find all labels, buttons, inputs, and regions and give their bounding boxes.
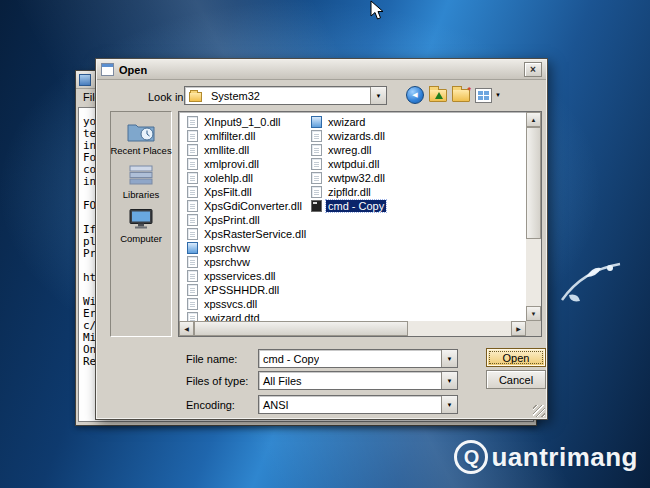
list-item[interactable]: zipfldr.dll (311, 185, 387, 199)
files-of-type-combobox[interactable]: All Files ▼ (258, 371, 458, 390)
file-name-value: cmd - Copy (259, 353, 319, 365)
chevron-down-icon: ▼ (447, 356, 453, 362)
places-bar: Recent Places Libraries Computer (110, 111, 172, 337)
file-name-label: xwtpw32.dll (326, 172, 387, 184)
file-name-label: xwtpdui.dll (326, 158, 381, 170)
file-icon (187, 200, 198, 212)
wallpaper-bird-ornament (556, 250, 628, 312)
file-icon (311, 130, 322, 142)
look-in-label: Look in: (148, 91, 187, 103)
watermark-q-badge: Q (454, 440, 488, 474)
scroll-down-icon: ▼ (531, 311, 537, 317)
list-item-selected[interactable]: cmd - Copy (311, 199, 387, 213)
back-button[interactable]: ◀ (406, 86, 424, 104)
back-arrow-icon: ◀ (412, 91, 417, 99)
list-item[interactable]: xmllite.dll (187, 143, 308, 157)
up-one-level-button[interactable] (429, 89, 447, 102)
file-name-label: XpsGdiConverter.dll (202, 200, 304, 212)
list-item[interactable]: XpsRasterService.dll (187, 227, 308, 241)
recent-places-icon (126, 119, 156, 143)
views-menu-button[interactable] (475, 88, 492, 103)
look-in-dropdown-button[interactable]: ▼ (370, 87, 386, 104)
file-name-dropdown-button[interactable]: ▼ (441, 350, 457, 367)
list-item[interactable]: XpsGdiConverter.dll (187, 199, 308, 213)
file-name-label: xwizards.dll (326, 130, 387, 142)
watermark-logo: Q uantrimang (454, 440, 638, 474)
file-icon (187, 242, 198, 254)
vertical-scrollbar[interactable]: ▲ ▼ (526, 112, 541, 321)
file-name-combobox[interactable]: cmd - Copy ▼ (258, 349, 458, 368)
horizontal-scrollbar[interactable]: ◀ ▶ (179, 321, 526, 336)
list-item[interactable]: xwizard (311, 115, 387, 129)
places-label: Libraries (123, 189, 159, 200)
scroll-right-button[interactable]: ▶ (511, 321, 526, 336)
scrollbar-corner (526, 321, 541, 336)
open-button[interactable]: Open (486, 348, 546, 367)
list-item[interactable]: xolehlp.dll (187, 171, 308, 185)
dialog-titlebar[interactable]: Open × (97, 60, 546, 80)
scroll-right-icon: ▶ (516, 325, 521, 332)
file-name-label: xolehlp.dll (202, 172, 255, 184)
file-name-label: xmlfilter.dll (202, 130, 257, 142)
resize-grip[interactable] (533, 405, 545, 417)
scroll-down-button[interactable]: ▼ (526, 306, 541, 321)
places-item-computer[interactable]: Computer (111, 207, 171, 244)
file-name-label: XInput9_1_0.dll (202, 116, 282, 128)
file-name-label: xwizard (326, 116, 367, 128)
cancel-button-label: Cancel (499, 374, 533, 386)
dialog-toolbar: ◀ * ▼ (406, 86, 501, 104)
vertical-scrollbar-thumb[interactable] (526, 127, 541, 239)
file-name-label: xpsrchvw (202, 242, 252, 254)
horizontal-scrollbar-thumb[interactable] (194, 321, 408, 336)
file-list-column-1: XInput9_1_0.dll xmlfilter.dll xmllite.dl… (187, 115, 308, 325)
up-arrow-icon (435, 92, 443, 99)
list-item[interactable]: xwtpw32.dll (311, 171, 387, 185)
places-label: Computer (120, 233, 162, 244)
close-button[interactable]: × (524, 62, 542, 77)
places-item-recent[interactable]: Recent Places (111, 119, 171, 156)
new-folder-button[interactable]: * (452, 89, 470, 102)
list-item[interactable]: XpsFilt.dll (187, 185, 308, 199)
encoding-label: Encoding: (186, 399, 235, 411)
file-icon (187, 130, 198, 142)
scroll-up-button[interactable]: ▲ (526, 112, 541, 127)
file-icon (311, 186, 322, 198)
list-item[interactable]: xmlprovi.dll (187, 157, 308, 171)
file-name-label: xwreg.dll (326, 144, 373, 156)
file-name-label: xmllite.dll (202, 144, 251, 156)
list-item[interactable]: XpsPrint.dll (187, 213, 308, 227)
list-item[interactable]: XPSSHHDR.dll (187, 283, 308, 297)
list-item[interactable]: xpssvcs.dll (187, 297, 308, 311)
list-item[interactable]: XInput9_1_0.dll (187, 115, 308, 129)
file-list: XInput9_1_0.dll xmlfilter.dll xmllite.dl… (178, 111, 542, 337)
dialog-icon (101, 63, 114, 76)
list-item[interactable]: xwreg.dll (311, 143, 387, 157)
mouse-cursor (370, 0, 384, 21)
notepad-app-icon (79, 74, 91, 86)
list-item[interactable]: xwizards.dll (311, 129, 387, 143)
look-in-combobox[interactable]: System32 ▼ (184, 86, 387, 105)
open-button-label: Open (503, 352, 530, 364)
file-name-label: xmlprovi.dll (202, 158, 261, 170)
file-icon (187, 116, 198, 128)
list-item[interactable]: xpsservices.dll (187, 269, 308, 283)
encoding-combobox[interactable]: ANSI ▼ (258, 395, 458, 414)
list-item[interactable]: xwtpdui.dll (311, 157, 387, 171)
file-icon (311, 116, 322, 128)
files-of-type-dropdown-button[interactable]: ▼ (441, 372, 457, 389)
views-dropdown-icon[interactable]: ▼ (495, 92, 501, 98)
cancel-button[interactable]: Cancel (486, 370, 546, 389)
list-item[interactable]: xmlfilter.dll (187, 129, 308, 143)
chevron-down-icon: ▼ (447, 378, 453, 384)
chevron-down-icon: ▼ (376, 93, 382, 99)
file-list-column-2: xwizard xwizards.dll xwreg.dll xwtpdui.d… (311, 115, 387, 213)
look-in-value: System32 (207, 90, 260, 102)
scroll-left-button[interactable]: ◀ (179, 321, 194, 336)
list-item[interactable]: xpsrchvw (187, 255, 308, 269)
encoding-dropdown-button[interactable]: ▼ (441, 396, 457, 413)
file-icon (187, 256, 198, 268)
list-item[interactable]: xpsrchvw (187, 241, 308, 255)
chevron-down-icon: ▼ (447, 402, 453, 408)
places-item-libraries[interactable]: Libraries (111, 163, 171, 200)
scroll-up-icon: ▲ (531, 117, 537, 123)
